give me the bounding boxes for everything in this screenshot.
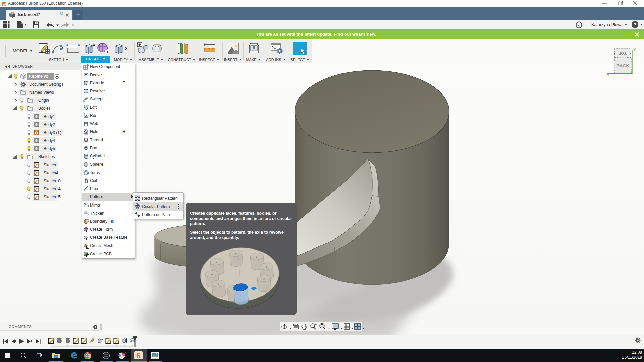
svg-text:?: ? [634,22,637,27]
svg-text:Y: Y [633,48,636,52]
svg-text:X: X [607,72,609,77]
svg-text:BACK: BACK [616,63,629,69]
svg-text:TOP: TOP [618,51,627,55]
